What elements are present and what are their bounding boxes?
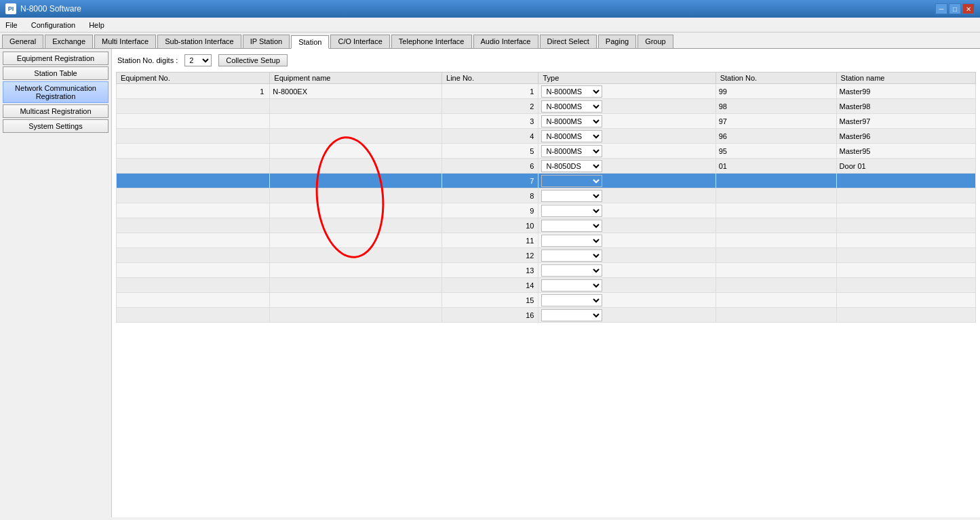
cell-type[interactable]: N-8000MSN-8000SSN-8050DSN-8201N-8202 — [538, 218, 716, 233]
cell-line-no: 1 — [442, 84, 538, 99]
cell-line-no: 11 — [442, 233, 538, 248]
type-select[interactable]: N-8000MSN-8000SSN-8050DSN-8201N-8202 — [541, 309, 602, 321]
type-select[interactable]: N-8000MSN-8000SSN-8050DSN-8201N-8202 — [541, 115, 602, 127]
type-select[interactable]: N-8000MSN-8000SSN-8050DSN-8201N-8202 — [541, 145, 602, 157]
cell-type[interactable]: N-8000MSN-8000SSN-8050DSN-8201N-8202 — [538, 248, 716, 263]
cell-type[interactable]: N-8000MSN-8000SSN-8050DSN-8201N-8202 — [538, 84, 716, 99]
table-row[interactable]: 13N-8000MSN-8000SSN-8050DSN-8201N-8202 — [117, 263, 976, 278]
table-row[interactable]: 12N-8000MSN-8000SSN-8050DSN-8201N-8202 — [117, 248, 976, 263]
type-select[interactable]: N-8000MSN-8000SSN-8050DSN-8201N-8202 — [541, 235, 602, 247]
cell-station-no — [716, 263, 836, 278]
table-row[interactable]: 5N-8000MSN-8000SSN-8050DSN-8201N-820295M… — [117, 144, 976, 159]
col-type: Type — [538, 73, 716, 84]
cell-station-name — [836, 174, 975, 188]
table-row[interactable]: 15N-8000MSN-8000SSN-8050DSN-8201N-8202 — [117, 293, 976, 308]
sidebar-btn-1[interactable]: Station Table — [3, 66, 109, 80]
tab-paging[interactable]: Paging — [598, 35, 636, 48]
sidebar-btn-2[interactable]: Network Communication Registration — [3, 81, 109, 103]
close-button[interactable]: ✕ — [962, 3, 975, 14]
cell-equipment-name: N-8000EX — [270, 84, 442, 99]
table-row[interactable]: 2N-8000MSN-8000SSN-8050DSN-8201N-820298M… — [117, 99, 976, 114]
cell-type[interactable]: N-8000MSN-8000SSN-8050DSN-8201N-8202 — [538, 263, 716, 278]
col-station-name: Station name — [836, 73, 975, 84]
table-row[interactable]: 7N-8000MSN-8000SSN-8050DSN-8201N-8202 — [117, 174, 976, 188]
menu-file[interactable]: File — [3, 20, 20, 31]
cell-type[interactable]: N-8000MSN-8000SSN-8050DSN-8201N-8202 — [538, 114, 716, 129]
cell-type[interactable]: N-8000MSN-8000SSN-8050DSN-8201N-8202 — [538, 129, 716, 144]
sidebar-btn-4[interactable]: System Settings — [3, 119, 109, 133]
tab-direct-select[interactable]: Direct Select — [540, 35, 597, 48]
cell-line-no: 14 — [442, 278, 538, 293]
tab-telephone-interface[interactable]: Telephone Interface — [391, 35, 472, 48]
sidebar-btn-0[interactable]: Equipment Registration — [3, 52, 109, 65]
table-row[interactable]: 9N-8000MSN-8000SSN-8050DSN-8201N-8202 — [117, 203, 976, 218]
cell-station-no: 96 — [716, 129, 836, 144]
cell-type[interactable]: N-8000MSN-8000SSN-8050DSN-8201N-8202 — [538, 293, 716, 308]
cell-type[interactable]: N-8000MSN-8000SSN-8050DSN-8201N-8202 — [538, 308, 716, 323]
tab-multi-interface[interactable]: Multi Interface — [94, 35, 156, 48]
cell-line-no: 15 — [442, 293, 538, 308]
station-digits-label: Station No. digits : — [117, 56, 178, 64]
type-select[interactable]: N-8000MSN-8000SSN-8050DSN-8201N-8202 — [541, 220, 602, 232]
cell-equipment-no — [117, 293, 270, 308]
cell-type[interactable]: N-8000MSN-8000SSN-8050DSN-8201N-8202 — [538, 188, 716, 203]
cell-type[interactable]: N-8000MSN-8000SSN-8050DSN-8201N-8202 — [538, 174, 716, 188]
sidebar-btn-3[interactable]: Multicast Registration — [3, 104, 109, 118]
cell-line-no: 13 — [442, 263, 538, 278]
cell-line-no: 3 — [442, 114, 538, 129]
cell-type[interactable]: N-8000MSN-8000SSN-8050DSN-8201N-8202 — [538, 203, 716, 218]
cell-station-name — [836, 218, 975, 233]
type-select[interactable]: N-8000MSN-8000SSN-8050DSN-8201N-8202 — [541, 279, 602, 292]
table-row[interactable]: 14N-8000MSN-8000SSN-8050DSN-8201N-8202 — [117, 278, 976, 293]
tab-general[interactable]: General — [2, 35, 43, 48]
type-select[interactable]: N-8000MSN-8000SSN-8050DSN-8201N-8202 — [541, 249, 602, 262]
cell-type[interactable]: N-8000MSN-8000SSN-8050DSN-8201N-8202 — [538, 233, 716, 248]
collective-setup-button[interactable]: Collective Setup — [218, 54, 288, 66]
table-row[interactable]: 11N-8000MSN-8000SSN-8050DSN-8201N-8202 — [117, 233, 976, 248]
cell-equipment-name — [270, 159, 442, 174]
tab-station[interactable]: Station — [291, 35, 329, 49]
col-equipment-name: Equipment name — [270, 73, 442, 84]
tab-exchange[interactable]: Exchange — [45, 35, 93, 48]
type-select[interactable]: N-8000MSN-8000SSN-8050DSN-8201N-8202 — [541, 190, 602, 202]
cell-equipment-no — [117, 188, 270, 203]
table-row[interactable]: 10N-8000MSN-8000SSN-8050DSN-8201N-8202 — [117, 218, 976, 233]
type-select[interactable]: N-8000MSN-8000SSN-8050DSN-8201N-8202 — [541, 205, 602, 217]
cell-station-name — [836, 248, 975, 263]
table-row[interactable]: 3N-8000MSN-8000SSN-8050DSN-8201N-820297M… — [117, 114, 976, 129]
type-select[interactable]: N-8000MSN-8000SSN-8050DSN-8201N-8202 — [541, 130, 602, 142]
minimize-button[interactable]: ─ — [935, 3, 947, 14]
type-select[interactable]: N-8000MSN-8000SSN-8050DSN-8201N-8202 — [541, 294, 602, 306]
cell-station-no: 98 — [716, 99, 836, 114]
type-select[interactable]: N-8000MSN-8000SSN-8050DSN-8201N-8202 — [541, 85, 602, 98]
type-select[interactable]: N-8000MSN-8000SSN-8050DSN-8201N-8202 — [541, 264, 602, 277]
cell-equipment-no — [117, 114, 270, 129]
cell-type[interactable]: N-8000MSN-8000SSN-8050DSN-8201N-8202 — [538, 278, 716, 293]
cell-equipment-name — [270, 278, 442, 293]
cell-type[interactable]: N-8000MSN-8000SSN-8050DSN-8201N-8202 — [538, 99, 716, 114]
tab-audio-interface[interactable]: Audio Interface — [473, 35, 538, 48]
type-select[interactable]: N-8000MSN-8000SSN-8050DSN-8201N-8202 — [541, 160, 602, 172]
tab-ip-station[interactable]: IP Station — [243, 35, 290, 48]
tab-c/o-interface[interactable]: C/O Interface — [330, 35, 389, 48]
table-row[interactable]: 6N-8000MSN-8000SSN-8050DSN-8201N-820201D… — [117, 159, 976, 174]
cell-station-name — [836, 188, 975, 203]
cell-type[interactable]: N-8000MSN-8000SSN-8050DSN-8201N-8202 — [538, 159, 716, 174]
tab-sub-station-interface[interactable]: Sub-station Interface — [157, 35, 241, 48]
type-select[interactable]: N-8000MSN-8000SSN-8050DSN-8201N-8202 — [541, 100, 602, 113]
cell-equipment-no — [117, 159, 270, 174]
table-row[interactable]: 1N-8000EX1N-8000MSN-8000SSN-8050DSN-8201… — [117, 84, 976, 99]
cell-type[interactable]: N-8000MSN-8000SSN-8050DSN-8201N-8202 — [538, 144, 716, 159]
cell-equipment-no — [117, 278, 270, 293]
type-select-selected[interactable]: N-8000MSN-8000SSN-8050DSN-8201N-8202 — [541, 175, 602, 187]
maximize-button[interactable]: □ — [949, 3, 961, 14]
cell-equipment-name — [270, 174, 442, 188]
table-row[interactable]: 4N-8000MSN-8000SSN-8050DSN-8201N-820296M… — [117, 129, 976, 144]
menu-configuration[interactable]: Configuration — [28, 20, 78, 31]
table-row[interactable]: 8N-8000MSN-8000SSN-8050DSN-8201N-8202 — [117, 188, 976, 203]
cell-equipment-no — [117, 174, 270, 188]
table-row[interactable]: 16N-8000MSN-8000SSN-8050DSN-8201N-8202 — [117, 308, 976, 323]
menu-help[interactable]: Help — [86, 20, 107, 31]
digits-select[interactable]: 1234 — [184, 54, 212, 66]
tab-group[interactable]: Group — [638, 35, 673, 48]
